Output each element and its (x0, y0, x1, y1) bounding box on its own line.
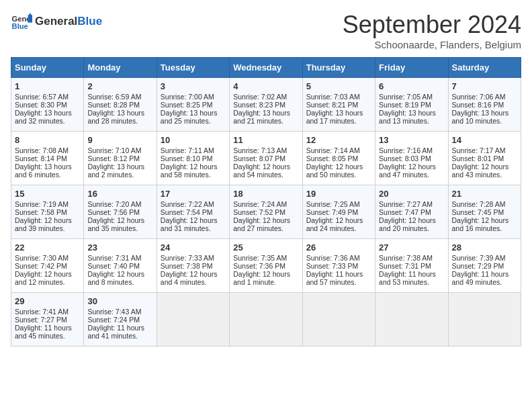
sunrise-text: Sunrise: 7:20 AM (87, 200, 141, 208)
calendar-week-row: 15Sunrise: 7:19 AMSunset: 7:58 PMDayligh… (11, 185, 521, 239)
calendar-cell: 27Sunrise: 7:38 AMSunset: 7:31 PMDayligh… (375, 239, 448, 293)
day-number: 2 (87, 81, 152, 91)
sunrise-text: Sunrise: 7:35 AM (233, 254, 287, 262)
svg-text:Blue: Blue (12, 22, 28, 30)
sunrise-text: Sunrise: 7:17 AM (452, 146, 506, 154)
sunrise-text: Sunrise: 7:30 AM (15, 254, 69, 262)
day-number: 18 (233, 189, 298, 199)
sunset-text: Sunset: 8:03 PM (379, 154, 431, 163)
day-number: 22 (15, 242, 80, 253)
sunrise-text: Sunrise: 7:28 AM (452, 200, 506, 208)
day-number: 17 (161, 189, 226, 199)
daylight-text: Daylight: 13 hours and 13 minutes. (379, 109, 436, 125)
day-number: 11 (233, 135, 298, 145)
day-number: 1 (15, 81, 80, 91)
calendar-cell: 4Sunrise: 7:02 AMSunset: 8:23 PMDaylight… (230, 78, 302, 132)
calendar-cell: 7Sunrise: 7:06 AMSunset: 8:16 PMDaylight… (448, 78, 521, 132)
sunset-text: Sunset: 7:52 PM (233, 208, 285, 216)
day-number: 6 (379, 81, 444, 91)
sunrise-text: Sunrise: 6:57 AM (15, 93, 69, 101)
daylight-text: Daylight: 11 hours and 41 minutes. (87, 324, 144, 340)
sunset-text: Sunset: 7:27 PM (15, 316, 67, 324)
sunset-text: Sunset: 7:38 PM (161, 262, 213, 270)
calendar-cell: 19Sunrise: 7:25 AMSunset: 7:49 PMDayligh… (302, 185, 375, 239)
day-number: 28 (452, 242, 517, 253)
calendar-cell: 12Sunrise: 7:14 AMSunset: 8:05 PMDayligh… (302, 132, 375, 185)
sunrise-text: Sunrise: 7:19 AM (15, 200, 69, 208)
day-number: 21 (452, 189, 517, 199)
sunset-text: Sunset: 7:45 PM (452, 208, 504, 216)
day-number: 5 (306, 81, 371, 91)
day-number: 12 (306, 135, 371, 145)
day-number: 8 (15, 135, 80, 145)
column-header-wednesday: Wednesday (230, 58, 302, 78)
daylight-text: Daylight: 12 hours and 4 minutes. (161, 270, 218, 286)
daylight-text: Daylight: 13 hours and 32 minutes. (15, 109, 72, 125)
calendar-cell: 18Sunrise: 7:24 AMSunset: 7:52 PMDayligh… (230, 185, 302, 239)
calendar-cell: 14Sunrise: 7:17 AMSunset: 8:01 PMDayligh… (448, 132, 521, 185)
day-number: 14 (452, 135, 517, 145)
daylight-text: Daylight: 13 hours and 21 minutes. (233, 109, 290, 125)
logo-general: General (35, 15, 77, 28)
day-number: 10 (161, 135, 226, 145)
sunrise-text: Sunrise: 7:08 AM (15, 146, 69, 154)
column-header-tuesday: Tuesday (157, 58, 229, 78)
calendar-cell: 15Sunrise: 7:19 AMSunset: 7:58 PMDayligh… (11, 185, 84, 239)
day-number: 9 (87, 135, 152, 145)
sunrise-text: Sunrise: 7:33 AM (161, 254, 214, 262)
daylight-text: Daylight: 11 hours and 53 minutes. (379, 270, 436, 286)
sunrise-text: Sunrise: 7:24 AM (233, 200, 287, 208)
calendar-cell: 23Sunrise: 7:31 AMSunset: 7:40 PMDayligh… (84, 239, 157, 293)
column-header-saturday: Saturday (448, 58, 521, 78)
calendar-cell (157, 293, 229, 347)
daylight-text: Daylight: 11 hours and 57 minutes. (306, 270, 363, 286)
calendar-cell: 11Sunrise: 7:13 AMSunset: 8:07 PMDayligh… (230, 132, 302, 185)
calendar-cell: 2Sunrise: 6:59 AMSunset: 8:28 PMDaylight… (84, 78, 157, 132)
sunset-text: Sunset: 7:31 PM (379, 262, 431, 270)
daylight-text: Daylight: 12 hours and 47 minutes. (379, 163, 436, 179)
calendar-cell: 10Sunrise: 7:11 AMSunset: 8:10 PMDayligh… (157, 132, 229, 185)
day-number: 3 (161, 81, 226, 91)
sunrise-text: Sunrise: 7:16 AM (379, 146, 433, 154)
sunrise-text: Sunrise: 7:22 AM (161, 200, 214, 208)
column-header-friday: Friday (375, 58, 448, 78)
sunset-text: Sunset: 8:12 PM (87, 154, 140, 163)
daylight-text: Daylight: 11 hours and 45 minutes. (15, 324, 72, 340)
daylight-text: Daylight: 13 hours and 28 minutes. (87, 109, 144, 125)
sunset-text: Sunset: 7:29 PM (452, 262, 504, 270)
location-subtitle: Schoonaarde, Flanders, Belgium (343, 39, 521, 50)
sunrise-text: Sunrise: 7:39 AM (452, 254, 506, 262)
day-number: 26 (306, 242, 371, 253)
sunrise-text: Sunrise: 7:14 AM (306, 146, 360, 154)
sunset-text: Sunset: 8:01 PM (452, 154, 504, 163)
daylight-text: Daylight: 13 hours and 6 minutes. (15, 163, 72, 179)
day-number: 30 (87, 296, 152, 306)
daylight-text: Daylight: 13 hours and 17 minutes. (306, 109, 363, 125)
daylight-text: Daylight: 12 hours and 31 minutes. (161, 216, 218, 232)
day-number: 16 (87, 189, 152, 199)
sunset-text: Sunset: 7:33 PM (306, 262, 359, 270)
sunrise-text: Sunrise: 7:10 AM (87, 146, 141, 154)
calendar-cell: 6Sunrise: 7:05 AMSunset: 8:19 PMDaylight… (375, 78, 448, 132)
calendar-cell: 25Sunrise: 7:35 AMSunset: 7:36 PMDayligh… (230, 239, 302, 293)
sunrise-text: Sunrise: 7:06 AM (452, 93, 506, 101)
column-header-sunday: Sunday (11, 58, 84, 78)
sunset-text: Sunset: 8:05 PM (306, 154, 359, 163)
title-block: September 2024 Schoonaarde, Flanders, Be… (343, 11, 521, 50)
day-number: 15 (15, 189, 80, 199)
day-number: 20 (379, 189, 444, 199)
calendar-cell: 22Sunrise: 7:30 AMSunset: 7:42 PMDayligh… (11, 239, 84, 293)
sunset-text: Sunset: 8:19 PM (379, 101, 431, 109)
calendar-week-row: 8Sunrise: 7:08 AMSunset: 8:14 PMDaylight… (11, 132, 521, 185)
sunset-text: Sunset: 7:54 PM (161, 208, 213, 216)
daylight-text: Daylight: 13 hours and 25 minutes. (161, 109, 218, 125)
calendar-header-row: SundayMondayTuesdayWednesdayThursdayFrid… (11, 58, 521, 78)
sunrise-text: Sunrise: 6:59 AM (87, 93, 141, 101)
daylight-text: Daylight: 13 hours and 10 minutes. (452, 109, 509, 125)
sunrise-text: Sunrise: 7:05 AM (379, 93, 433, 101)
calendar-table: SundayMondayTuesdayWednesdayThursdayFrid… (11, 57, 521, 347)
day-number: 19 (306, 189, 371, 199)
daylight-text: Daylight: 12 hours and 43 minutes. (452, 163, 509, 179)
sunset-text: Sunset: 7:49 PM (306, 208, 359, 216)
calendar-cell: 8Sunrise: 7:08 AMSunset: 8:14 PMDaylight… (11, 132, 84, 185)
